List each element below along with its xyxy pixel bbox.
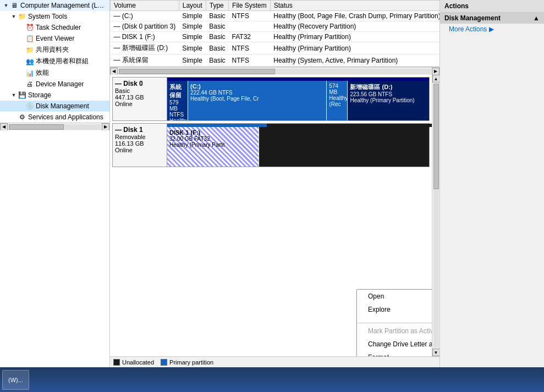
table-cell-0: — (Disk 0 partition 3): [111, 21, 179, 32]
services-apps-icon: ⚙: [18, 113, 26, 122]
table-scroll-right[interactable]: ▶: [432, 68, 439, 75]
sidebar-item-shared-folders[interactable]: 📁共用資料夾: [0, 44, 109, 56]
actions-panel: Actions Disk Management ▲ More Actions ▶: [439, 0, 544, 367]
disk1-info: — Disk 1 Removable 116.13 GB Online: [112, 123, 167, 167]
actions-section-arrow: ▲: [533, 14, 540, 22]
table-cell-0: — DISK 1 (F:): [111, 32, 179, 42]
table-cell-1: Simple: [179, 11, 206, 21]
disk1-row: — Disk 1 Removable 116.13 GB Online DISK…: [112, 123, 430, 167]
more-actions-label: More Actions: [449, 25, 487, 33]
table-cell-0: — 新增磁碟區 (D:): [111, 42, 179, 54]
disk0-row: — Disk 0 Basic 447.13 GB Online 系統保留 579…: [112, 77, 430, 121]
legend-unallocated: Unallocated: [113, 359, 154, 366]
table-cell-4: Healthy (Primary Partition): [270, 42, 439, 54]
storage-icon: 💾: [18, 91, 26, 100]
context-menu-item-open[interactable]: Open: [357, 290, 432, 303]
context-menu-item-mark-active: Mark Partition as Active: [357, 324, 432, 338]
disk1-name: — Disk 1: [115, 126, 164, 134]
task-scheduler-label: Task Scheduler: [36, 24, 81, 31]
sidebar-item-system-tools[interactable]: 📁System Tools: [0, 11, 109, 22]
context-menu-item-explore[interactable]: Explore: [357, 303, 432, 316]
more-actions-item[interactable]: More Actions ▶: [440, 24, 544, 35]
table-cell-1: Simple: [179, 32, 206, 42]
local-users-label: 本機使用者和群組: [36, 57, 89, 66]
taskbar: (W)...: [0, 367, 544, 392]
context-menu-item-undefined[interactable]: [357, 316, 432, 322]
actions-section-label: Disk Management: [444, 14, 501, 22]
disk0-status: Online: [115, 101, 164, 107]
disk0-partitions: 系統保留 579 MB NTFS Healthy (Syst (C:) 222.…: [167, 77, 430, 121]
disk1-type: Removable: [115, 134, 164, 140]
storage-label: Storage: [28, 91, 51, 99]
table-row[interactable]: — 系統保留SimpleBasicNTFSHealthy (System, Ac…: [111, 54, 440, 67]
sidebar: 🖥Computer Management (Local)📁System Tool…: [0, 0, 110, 367]
col-filesystem[interactable]: File System: [229, 1, 271, 11]
table-cell-2: Basic: [206, 32, 228, 42]
legend-primary: Primary partition: [161, 359, 213, 366]
task-scheduler-icon: ⏰: [25, 23, 34, 32]
table-cell-0: — 系統保留: [111, 54, 179, 67]
table-cell-2: Basic: [206, 11, 228, 21]
table-cell-3: FAT32: [229, 32, 271, 42]
sidebar-item-task-scheduler[interactable]: ⏰Task Scheduler: [0, 22, 109, 33]
sidebar-item-storage[interactable]: 💾Storage: [0, 90, 109, 101]
actions-section-disk-management[interactable]: Disk Management ▲: [440, 13, 544, 24]
shared-folders-icon: 📁: [25, 46, 34, 54]
vscroll-down[interactable]: ▼: [432, 349, 440, 356]
sidebar-item-event-viewer[interactable]: 📋Event Viewer: [0, 33, 109, 44]
disk1-size: 116.13 GB: [115, 140, 164, 147]
partition-f[interactable]: DISK 1 (F:) 32.00 GB FAT32 Healthy (Prim…: [167, 127, 259, 167]
table-cell-2: Basic: [206, 42, 228, 54]
table-cell-1: Simple: [179, 42, 206, 54]
computer-management-icon: 🖥: [10, 1, 19, 10]
table-cell-1: Simple: [179, 21, 206, 32]
taskbar-button[interactable]: (W)...: [2, 370, 29, 390]
scroll-right[interactable]: ▶: [102, 123, 109, 131]
context-menu-item-change-drive-letter[interactable]: Change Drive Letter and Paths...: [357, 338, 432, 351]
partition-unallocated[interactable]: [259, 127, 429, 167]
context-menu-separator: [357, 323, 432, 323]
disk0-size: 447.13 GB: [115, 94, 164, 101]
sidebar-item-services-apps[interactable]: ⚙Services and Applications: [0, 112, 109, 123]
sidebar-hscroll[interactable]: ◀ ▶: [0, 123, 109, 130]
table-cell-2: Basic: [206, 54, 228, 67]
partition-c[interactable]: (C:) 222.44 GB NTFS Healthy (Boot, Page …: [188, 81, 327, 120]
col-volume[interactable]: Volume: [111, 1, 179, 11]
vscroll-up[interactable]: ▲: [432, 75, 440, 82]
col-layout[interactable]: Layout: [179, 1, 206, 11]
partition-d[interactable]: 新增磁碟區 (D:) 223.56 GB NTFS Healthy (Prima…: [348, 81, 429, 120]
table-cell-0: — (C:): [111, 11, 179, 21]
scroll-left[interactable]: ◀: [0, 123, 8, 131]
sidebar-item-disk-management[interactable]: 💿Disk Management: [0, 101, 109, 112]
main-panel: Volume Layout Type File System Status — …: [110, 0, 439, 367]
partition-recovery[interactable]: 574 MB Healthy (Rec: [327, 81, 348, 120]
legend-unallocated-label: Unallocated: [122, 359, 154, 366]
table-row[interactable]: — 新增磁碟區 (D:)SimpleBasicNTFSHealthy (Prim…: [111, 42, 440, 54]
sidebar-item-performance[interactable]: 📊效能: [0, 67, 109, 79]
system-tools-icon: 📁: [18, 12, 26, 21]
actions-header: Actions: [440, 0, 544, 13]
sidebar-item-local-users[interactable]: 👥本機使用者和群組: [0, 56, 109, 67]
table-scroll-left[interactable]: ◀: [110, 68, 118, 75]
disk0-name: — Disk 0: [115, 80, 164, 87]
table-hscroll[interactable]: ◀ ▶: [110, 67, 439, 75]
services-apps-label: Services and Applications: [28, 113, 103, 121]
sidebar-item-computer-management[interactable]: 🖥Computer Management (Local): [0, 0, 109, 11]
disk1-status: Online: [115, 147, 164, 153]
context-menu-item-format[interactable]: Format...: [357, 351, 432, 356]
system-tools-label: System Tools: [28, 13, 67, 20]
sidebar-item-device-manager[interactable]: 🖨Device Manager: [0, 79, 109, 90]
col-type[interactable]: Type: [206, 1, 228, 11]
table-cell-3: NTFS: [229, 54, 271, 67]
disk0-info: — Disk 0 Basic 447.13 GB Online: [112, 77, 167, 121]
vscroll[interactable]: ▲ ▼: [432, 75, 439, 356]
device-manager-label: Device Manager: [36, 80, 84, 88]
col-status[interactable]: Status: [270, 1, 439, 11]
disk-management-label: Disk Management: [36, 102, 89, 110]
taskbar-button-label: (W)...: [8, 377, 23, 383]
table-row[interactable]: — (C:)SimpleBasicNTFSHealthy (Boot, Page…: [111, 11, 440, 21]
performance-label: 效能: [36, 68, 49, 78]
partition-system-reserved[interactable]: 系統保留 579 MB NTFS Healthy (Syst: [167, 81, 188, 120]
table-row[interactable]: — DISK 1 (F:)SimpleBasicFAT32Healthy (Pr…: [111, 32, 440, 42]
table-row[interactable]: — (Disk 0 partition 3)SimpleBasicHealthy…: [111, 21, 440, 32]
